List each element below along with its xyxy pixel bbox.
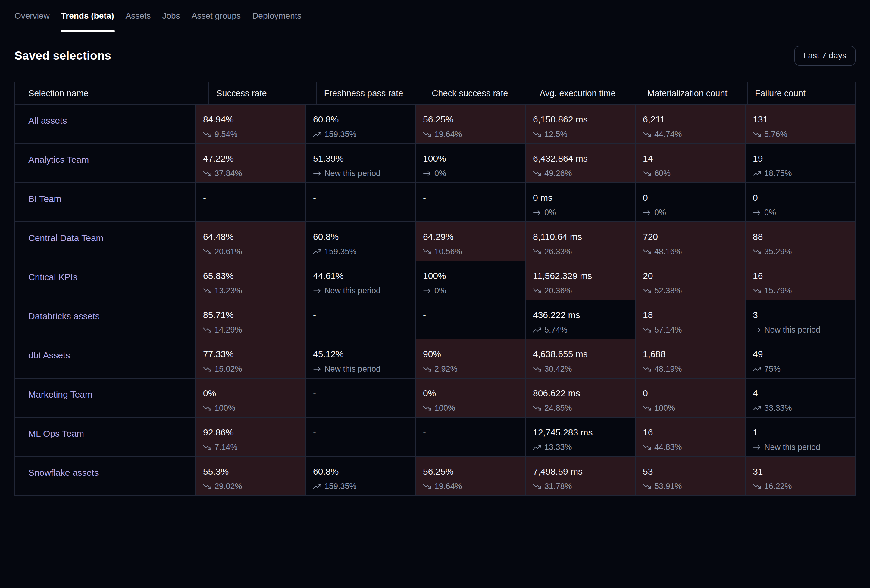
nav-tab-label: Asset groups xyxy=(192,11,241,21)
metric-delta: New this period xyxy=(313,169,415,178)
metric-value: 56.25% xyxy=(423,114,525,125)
metric-cell: 3116.22% xyxy=(745,457,855,495)
metric-delta-label: 24.85% xyxy=(544,404,572,413)
nav-tab-overview[interactable]: Overview xyxy=(14,0,50,32)
column-header-materialization-count: Materialization count xyxy=(639,82,747,104)
metric-delta: 16.22% xyxy=(753,482,855,491)
date-range-button[interactable]: Last 7 days xyxy=(794,46,855,65)
trend-down-icon xyxy=(533,248,541,256)
metric-delta: 159.35% xyxy=(313,482,415,491)
metric-delta-label: 44.83% xyxy=(654,442,682,452)
metric-value: 53 xyxy=(643,466,745,477)
selection-link-marketing-team[interactable]: Marketing Team xyxy=(28,389,92,399)
metric-value: 0 xyxy=(643,388,745,398)
metric-value: 55.3% xyxy=(203,466,305,477)
trend-up-icon xyxy=(313,130,321,138)
metric-delta: 13.23% xyxy=(203,286,305,295)
metric-cell: - xyxy=(415,300,525,339)
table-row: dbt Assets77.33%15.02%45.12%New this per… xyxy=(15,339,855,378)
metric-delta-label: 20.36% xyxy=(544,286,572,295)
metric-value: 60.8% xyxy=(313,466,415,477)
trend-down-icon xyxy=(643,248,651,256)
metric-cell: 0 ms0% xyxy=(525,183,635,221)
metric-delta: 15.79% xyxy=(753,286,855,295)
page-title: Saved selections xyxy=(15,49,111,62)
metric-delta-label: 5.74% xyxy=(544,325,568,335)
trend-down-icon xyxy=(203,326,211,334)
table-row: Analytics Team47.22%37.84%51.39%New this… xyxy=(15,143,855,183)
selection-link-bi-team[interactable]: BI Team xyxy=(28,194,61,204)
selection-link-ml-ops-team[interactable]: ML Ops Team xyxy=(28,429,84,438)
metric-value: - xyxy=(203,193,305,203)
metric-cell: - xyxy=(415,418,525,456)
metric-delta: 57.14% xyxy=(643,325,745,335)
metric-delta-label: 48.19% xyxy=(654,364,682,374)
table-row: Databricks assets85.71%14.29%--436.222 m… xyxy=(15,300,855,339)
selection-link-critical-kpis[interactable]: Critical KPIs xyxy=(28,272,77,282)
metric-value: 14 xyxy=(643,153,745,164)
metric-cell: 56.25%19.64% xyxy=(415,105,525,143)
column-header-failure-count: Failure count xyxy=(747,82,855,104)
metric-value: 4 xyxy=(753,388,855,398)
trend-down-icon xyxy=(643,443,651,451)
metric-delta-label: 31.78% xyxy=(544,482,572,491)
metric-value: 85.71% xyxy=(203,310,305,320)
metric-delta: 5.74% xyxy=(533,325,635,335)
selection-link-central-data-team[interactable]: Central Data Team xyxy=(28,233,104,243)
trend-down-icon xyxy=(423,365,431,373)
selection-link-all-assets[interactable]: All assets xyxy=(28,116,67,125)
nav-tab-label: Assets xyxy=(126,11,151,21)
table-row: BI Team---0 ms0%00%00% xyxy=(15,183,855,221)
metric-delta: 30.42% xyxy=(533,364,635,374)
trend-down-icon xyxy=(423,404,431,412)
nav-tab-assets[interactable]: Assets xyxy=(125,0,152,32)
selection-link-dbt-assets[interactable]: dbt Assets xyxy=(28,350,70,360)
metric-delta: 14.29% xyxy=(203,325,305,335)
metric-cell: 1918.75% xyxy=(745,144,855,183)
metric-cell: 64.29%10.56% xyxy=(415,222,525,261)
trend-down-icon xyxy=(203,130,211,138)
selection-link-databricks-assets[interactable]: Databricks assets xyxy=(28,311,100,321)
metric-value: 31 xyxy=(753,466,855,477)
metric-value: 44.61% xyxy=(313,271,415,281)
metric-delta-label: 5.76% xyxy=(764,130,788,139)
nav-tab-trends-beta[interactable]: Trends (beta) xyxy=(61,0,115,32)
selection-name-cell: ML Ops Team xyxy=(15,418,195,456)
selection-link-analytics-team[interactable]: Analytics Team xyxy=(28,155,89,165)
column-header-selection-name: Selection name xyxy=(15,82,209,104)
metric-delta-label: 16.22% xyxy=(764,482,792,491)
column-header-success-rate: Success rate xyxy=(209,82,316,104)
metric-cell: - xyxy=(195,183,305,221)
trend-flat-icon xyxy=(313,365,321,373)
nav-tab-jobs[interactable]: Jobs xyxy=(162,0,181,32)
metric-delta: 13.33% xyxy=(533,442,635,452)
metric-value: 60.8% xyxy=(313,114,415,125)
trend-down-icon xyxy=(423,130,431,138)
metric-value: 88 xyxy=(753,232,855,242)
metric-cell: 1New this period xyxy=(745,418,855,456)
selection-link-snowflake-assets[interactable]: Snowflake assets xyxy=(28,468,98,478)
metric-value: 16 xyxy=(753,271,855,281)
metric-delta: New this period xyxy=(753,325,855,335)
metric-value: 56.25% xyxy=(423,466,525,477)
nav-tab-deployments[interactable]: Deployments xyxy=(252,0,302,32)
metric-value: - xyxy=(313,388,415,398)
metric-cell: 45.12%New this period xyxy=(305,339,415,378)
metric-cell: 47.22%37.84% xyxy=(195,144,305,183)
metric-delta-label: 0% xyxy=(654,208,666,217)
metric-value: 6,150.862 ms xyxy=(533,114,635,125)
metric-cell: 12,745.283 ms13.33% xyxy=(525,418,635,456)
metric-cell: 92.86%7.14% xyxy=(195,418,305,456)
metric-value: 11,562.329 ms xyxy=(533,271,635,281)
metric-value: 64.29% xyxy=(423,232,525,242)
trend-flat-icon xyxy=(753,443,761,451)
metric-delta: 5.76% xyxy=(753,130,855,139)
metric-delta: 33.33% xyxy=(753,404,855,413)
nav-tab-asset-groups[interactable]: Asset groups xyxy=(191,0,241,32)
metric-value: 6,211 xyxy=(643,114,745,125)
metric-value: 20 xyxy=(643,271,745,281)
page-header: Saved selections Last 7 days xyxy=(15,46,855,65)
metric-delta-label: 9.54% xyxy=(215,130,238,139)
metric-cell: 100%0% xyxy=(415,261,525,300)
metric-cell: 72048.16% xyxy=(635,222,745,261)
